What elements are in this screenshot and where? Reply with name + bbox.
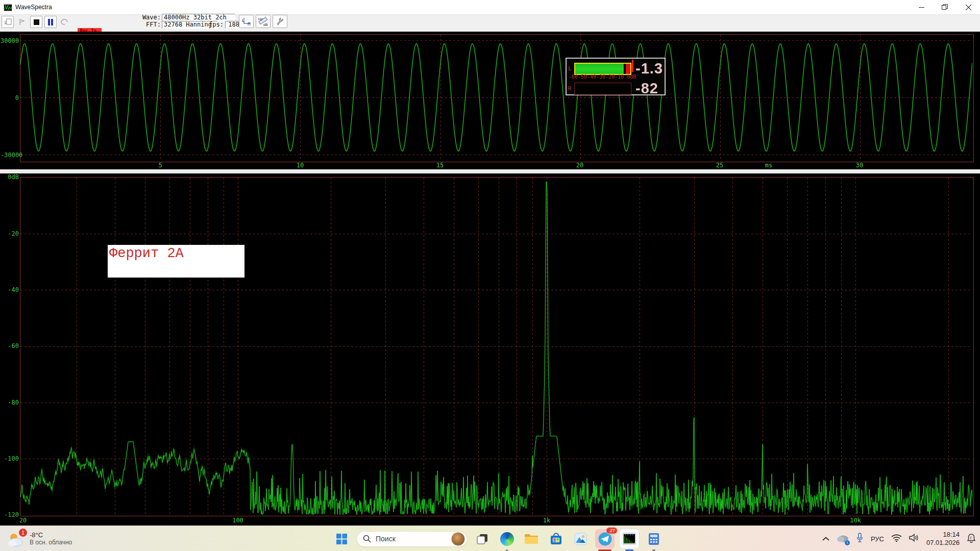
taskbar: 1 -8°C В осн. облачно	[0, 525, 980, 551]
spec-ylabel-80: -80	[1, 399, 19, 406]
wave-ylabel-bottom: -30000	[1, 152, 19, 159]
taskbar-center: Поиск	[332, 529, 664, 548]
hz-db-scale-button[interactable]: Hz dB	[256, 15, 271, 28]
wave-tick-5: 5	[158, 162, 162, 169]
weather-condition: В осн. облачно	[30, 539, 72, 546]
waveform-panel: 30000 0 -30000 5 10 15 20 25 ms 30 L -1.…	[0, 32, 980, 169]
spec-xlabel-10k: 10k	[850, 517, 861, 524]
stop-button[interactable]	[30, 16, 42, 28]
system-tray: i РУС 18:14 07.01.2026	[822, 526, 976, 551]
wave-tick-25: 25	[716, 162, 723, 169]
notification-bell-icon[interactable]: z	[967, 533, 976, 545]
spec-xlabel-100: 100	[232, 517, 243, 524]
wave-ylabel-top: 30000	[1, 38, 19, 44]
meter-left-fill	[575, 64, 624, 74]
waveform-plot	[20, 34, 974, 162]
telegram-badge: .27	[606, 527, 618, 534]
spec-ylabel-100: -100	[1, 456, 19, 462]
clock[interactable]: 18:14 07.01.2026	[926, 531, 960, 547]
spec-ylabel-0: 0dB	[1, 174, 19, 181]
microsoft-store-button[interactable]	[546, 529, 566, 548]
store-icon	[550, 533, 562, 545]
meter-right-bar	[574, 83, 631, 95]
search-box[interactable]: Поиск	[356, 531, 468, 547]
annotation-box: Феррит 2А	[108, 245, 244, 278]
file-explorer-button[interactable]	[522, 529, 541, 548]
loop-button[interactable]	[59, 16, 71, 28]
tray-date: 07.01.2026	[926, 539, 960, 547]
onedrive-info-dot: i	[845, 540, 850, 545]
fft-label: FFT:	[128, 21, 161, 28]
spec-xlabel-1k: 1k	[543, 517, 550, 524]
toolbar: Rec.In. Wave: 48000Hz 32bit 2ch FFT: 327…	[0, 15, 980, 32]
wavespectra-app-icon	[4, 4, 12, 11]
close-button[interactable]	[957, 0, 980, 14]
meter-right-label: R	[568, 85, 574, 92]
wave-format-field: 48000Hz 32bit 2ch	[162, 14, 235, 21]
tray-time: 18:14	[926, 531, 960, 539]
tray-chevron-up-icon[interactable]	[822, 534, 829, 543]
titlebar: WaveSpectra	[0, 0, 980, 15]
wave-tick-20: 20	[576, 162, 583, 169]
axis-lr-button[interactable]: L R	[239, 15, 254, 28]
edge-browser-button[interactable]	[497, 529, 517, 548]
meter-left-bar	[574, 63, 631, 75]
desktop-screen: WaveSpectra	[0, 0, 980, 551]
language-indicator[interactable]: РУС	[871, 535, 884, 543]
fps-label: fps:	[203, 21, 224, 28]
meter-left-clip-segment	[626, 64, 630, 74]
folder-icon	[524, 533, 538, 545]
window-title: WaveSpectra	[15, 4, 52, 11]
meter-left-label: L	[568, 65, 574, 72]
calculator-icon	[648, 533, 659, 545]
spectrum-canvas	[20, 178, 972, 515]
task-view-icon	[476, 533, 488, 545]
spec-xlabel-20: 20	[19, 517, 27, 524]
spectrum-panel: 0dB -20 -40 -60 -80 -100 -120 20 100 1k …	[0, 173, 980, 525]
svg-text:z: z	[970, 536, 972, 539]
pause-button[interactable]	[44, 16, 57, 28]
svg-text:Hz: Hz	[258, 17, 263, 21]
volume-icon[interactable]	[909, 534, 919, 544]
search-icon	[363, 535, 371, 543]
wave-unit-ms: ms	[765, 162, 772, 169]
meter-right-row: R -82	[567, 80, 658, 97]
weather-widget[interactable]: 1 -8°C В осн. облачно	[4, 528, 75, 549]
wavespectra-icon	[623, 533, 636, 545]
wave-label: Wave:	[128, 14, 161, 21]
wave-tick-30: 30	[856, 162, 863, 169]
svg-text:L: L	[242, 18, 244, 23]
wifi-icon[interactable]	[891, 534, 902, 544]
search-highlight-thumbnail[interactable]	[451, 532, 465, 546]
restore-button[interactable]	[933, 0, 957, 14]
weather-temperature: -8°C	[30, 531, 72, 539]
window-controls	[910, 0, 980, 14]
waveform-canvas	[20, 35, 972, 161]
telegram-button[interactable]: .27	[595, 529, 615, 548]
level-meter: L -1.3 -60-50-40-30-20-10 0dB R -82	[566, 58, 666, 95]
weather-alert-badge: 1	[18, 528, 28, 537]
windows-logo-icon	[336, 534, 347, 544]
copy-button[interactable]	[2, 16, 14, 28]
meter-scale: -60-50-40-30-20-10 0dB	[569, 74, 645, 80]
onedrive-icon[interactable]: i	[837, 534, 849, 544]
task-view-button[interactable]	[473, 529, 492, 548]
spec-ylabel-60: -60	[1, 343, 19, 349]
settings-wrench-button[interactable]	[273, 15, 287, 28]
start-button[interactable]	[332, 529, 351, 548]
svg-text:R: R	[248, 21, 251, 26]
calculator-button[interactable]	[644, 529, 664, 548]
svg-text:dB: dB	[263, 23, 268, 27]
minimize-button[interactable]	[910, 0, 933, 14]
wavespectra-taskbar-button[interactable]	[620, 529, 639, 548]
spec-ylabel-120: -120	[1, 512, 19, 518]
play-button[interactable]	[16, 16, 28, 28]
wave-ylabel-zero: 0	[1, 95, 19, 102]
wave-tick-15: 15	[436, 162, 444, 169]
search-placeholder: Поиск	[376, 535, 451, 543]
spec-ylabel-20: -20	[1, 231, 19, 237]
photos-app-button[interactable]	[571, 529, 590, 548]
edge-icon	[500, 532, 514, 546]
spec-ylabel-40: -40	[1, 287, 19, 293]
microphone-icon[interactable]	[856, 533, 864, 545]
